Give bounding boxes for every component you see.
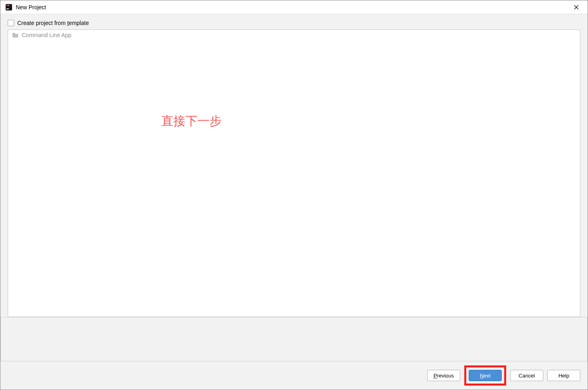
dialog-content: Create project from template Command Lin…	[0, 14, 588, 361]
btn-text-underline: P	[434, 373, 437, 379]
button-row: Previous Next Cancel Help	[0, 361, 588, 390]
window-title: New Project	[16, 4, 46, 10]
btn-text: Help	[559, 373, 569, 379]
btn-text-post: revious	[437, 373, 454, 379]
template-item-command-line-app[interactable]: Command Line App	[8, 30, 580, 40]
template-item-label: Command Line App	[22, 32, 71, 38]
annotation-text: 直接下一步	[161, 113, 222, 129]
svg-rect-1	[6, 5, 8, 6]
svg-rect-3	[8, 5, 9, 6]
help-button[interactable]: Help	[547, 370, 580, 381]
template-wrapper: Command Line App	[8, 29, 580, 361]
new-project-dialog: New Project Create project from template	[0, 0, 588, 390]
btn-text-underline: N	[480, 373, 484, 379]
create-from-template-label[interactable]: Create project from template	[17, 20, 89, 26]
cancel-button[interactable]: Cancel	[510, 370, 543, 381]
label-text-pre: Create project from	[17, 20, 67, 26]
label-text-post: emplate	[69, 20, 89, 26]
create-from-template-checkbox[interactable]	[8, 20, 14, 26]
previous-button[interactable]: Previous	[427, 370, 460, 381]
create-from-template-row[interactable]: Create project from template	[8, 20, 580, 26]
btn-text-post: ext	[484, 373, 490, 379]
template-list[interactable]: Command Line App	[8, 29, 580, 317]
svg-rect-2	[6, 8, 9, 9]
btn-text: Cancel	[519, 373, 535, 379]
next-button-highlight: Next	[464, 365, 506, 386]
close-button[interactable]	[570, 2, 583, 12]
titlebar: New Project	[0, 0, 588, 14]
description-panel	[0, 317, 588, 361]
folder-icon	[12, 32, 19, 38]
next-button[interactable]: Next	[469, 370, 502, 381]
intellij-icon	[5, 4, 12, 11]
